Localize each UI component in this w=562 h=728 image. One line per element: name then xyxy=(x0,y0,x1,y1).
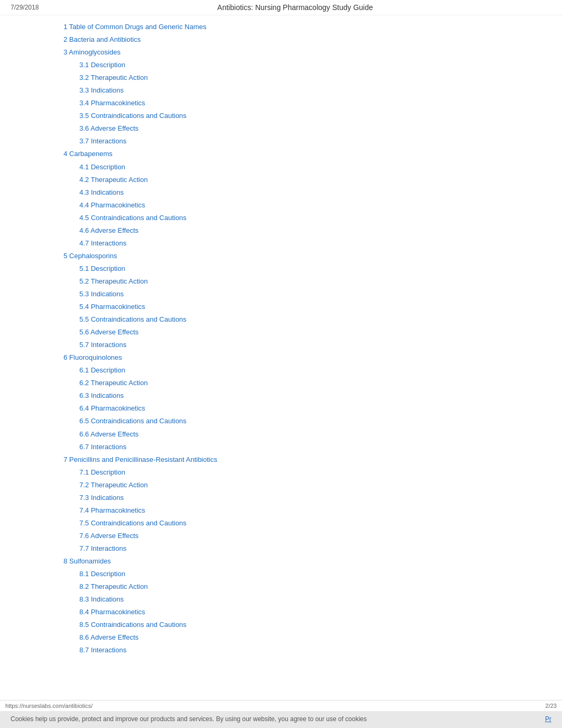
toc-item[interactable]: 7.4 Pharmacokinetics xyxy=(79,504,551,517)
toc-item[interactable]: 5.5 Contraindications and Cautions xyxy=(79,313,551,326)
toc-item[interactable]: 5.1 Description xyxy=(79,262,551,275)
toc-item[interactable]: 4 Carbapenems xyxy=(64,148,551,160)
date-label: 7/29/2018 xyxy=(11,4,39,11)
toc-item[interactable]: 7.5 Contraindications and Cautions xyxy=(79,517,551,530)
toc-item[interactable]: 7.2 Therapeutic Action xyxy=(79,479,551,492)
toc-item[interactable]: 8 Sulfonamides xyxy=(64,555,551,568)
page-wrapper: 7/29/2018 Antibiotics: Nursing Pharmacol… xyxy=(0,0,562,694)
toc-item[interactable]: 6.2 Therapeutic Action xyxy=(79,377,551,389)
toc-item[interactable]: 7.7 Interactions xyxy=(79,542,551,555)
toc-item[interactable]: 7.6 Adverse Effects xyxy=(79,530,551,542)
page-title-header: Antibiotics: Nursing Pharmacology Study … xyxy=(217,3,373,12)
toc-item[interactable]: 8.1 Description xyxy=(79,568,551,580)
top-bar: 7/29/2018 Antibiotics: Nursing Pharmacol… xyxy=(0,0,562,15)
toc-item[interactable]: 6.3 Indications xyxy=(79,389,551,402)
toc-item[interactable]: 3.1 Description xyxy=(79,59,551,71)
toc-item[interactable]: 5.7 Interactions xyxy=(79,339,551,351)
toc-item[interactable]: 4.5 Contraindications and Cautions xyxy=(79,212,551,224)
toc-item[interactable]: 5.6 Adverse Effects xyxy=(79,326,551,339)
toc-item[interactable]: 4.4 Pharmacokinetics xyxy=(79,199,551,212)
toc-container: 1 Table of Common Drugs and Generic Name… xyxy=(0,15,562,662)
toc-item[interactable]: 6 Fluoroquinolones xyxy=(64,351,551,364)
toc-item[interactable]: 3.7 Interactions xyxy=(79,135,551,148)
toc-item[interactable]: 4.6 Adverse Effects xyxy=(79,224,551,237)
toc-item[interactable]: 8.4 Pharmacokinetics xyxy=(79,606,551,618)
toc-item[interactable]: 8.6 Adverse Effects xyxy=(79,631,551,644)
toc-item[interactable]: 1 Table of Common Drugs and Generic Name… xyxy=(64,21,551,33)
toc-item[interactable]: 5 Cephalosporins xyxy=(64,250,551,262)
toc-item[interactable]: 5.3 Indications xyxy=(79,288,551,301)
toc-item[interactable]: 7.1 Description xyxy=(79,466,551,479)
toc-item[interactable]: 3.5 Contraindications and Cautions xyxy=(79,110,551,122)
toc-item[interactable]: 3.4 Pharmacokinetics xyxy=(79,97,551,110)
toc-item[interactable]: 6.1 Description xyxy=(79,364,551,377)
toc-item[interactable]: 4.1 Description xyxy=(79,161,551,174)
toc-item[interactable]: 4.3 Indications xyxy=(79,186,551,199)
toc-item[interactable]: 8.2 Therapeutic Action xyxy=(79,580,551,593)
toc-item[interactable]: 5.2 Therapeutic Action xyxy=(79,275,551,288)
toc-item[interactable]: 3 Aminoglycosides xyxy=(64,46,551,59)
toc-item[interactable]: 5.4 Pharmacokinetics xyxy=(79,301,551,313)
toc-item[interactable]: 3.3 Indications xyxy=(79,84,551,97)
toc-item[interactable]: 4.7 Interactions xyxy=(79,237,551,250)
toc-item[interactable]: 7 Penicillins and Penicillinase-Resistan… xyxy=(64,453,551,466)
toc-item[interactable]: 6.6 Adverse Effects xyxy=(79,428,551,441)
toc-item[interactable]: 2 Bacteria and Antibiotics xyxy=(64,33,551,46)
toc-item[interactable]: 8.3 Indications xyxy=(79,593,551,606)
toc-item[interactable]: 6.7 Interactions xyxy=(79,441,551,453)
toc-item[interactable]: 7.3 Indications xyxy=(79,492,551,504)
toc-item[interactable]: 3.6 Adverse Effects xyxy=(79,122,551,135)
toc-item[interactable]: 6.5 Contraindications and Cautions xyxy=(79,415,551,427)
toc-item[interactable]: 8.5 Contraindications and Cautions xyxy=(79,618,551,631)
toc-item[interactable]: 4.2 Therapeutic Action xyxy=(79,174,551,186)
toc-item[interactable]: 6.4 Pharmacokinetics xyxy=(79,402,551,415)
toc-item[interactable]: 3.2 Therapeutic Action xyxy=(79,71,551,84)
toc-item[interactable]: 8.7 Interactions xyxy=(79,644,551,657)
